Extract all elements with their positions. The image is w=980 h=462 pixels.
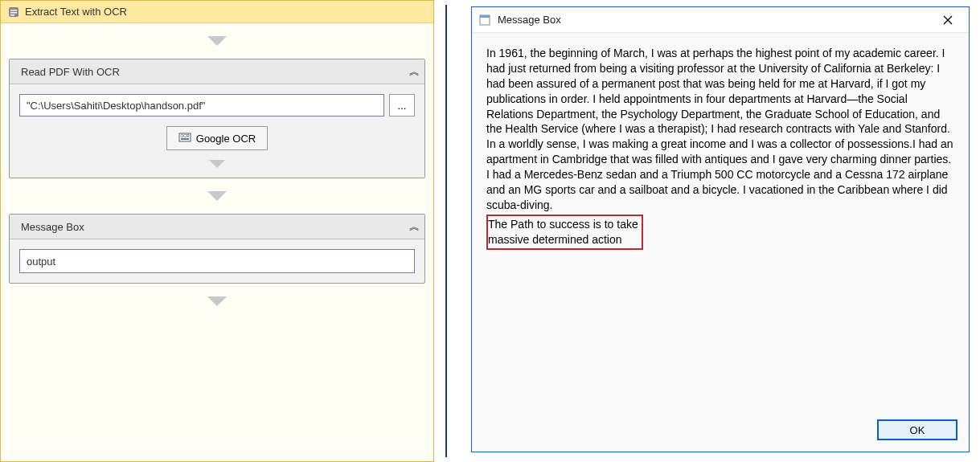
extract-icon — [7, 6, 20, 18]
svg-text:OCR: OCR — [180, 133, 190, 138]
dialog-title: Message Box — [498, 14, 925, 26]
message-box-dialog: Message Box In 1961, the beginning of Ma… — [471, 6, 970, 452]
dialog-body: In 1961, the beginning of March, I was a… — [472, 33, 969, 411]
messagebox-value-input[interactable] — [19, 249, 415, 273]
svg-rect-1 — [10, 10, 17, 11]
google-ocr-button[interactable]: OCR Google OCR — [166, 126, 268, 150]
workflow-header[interactable]: Extract Text with OCR — [1, 1, 433, 23]
svg-rect-3 — [10, 14, 14, 16]
google-ocr-label: Google OCR — [196, 133, 256, 145]
close-icon — [943, 15, 953, 25]
collapse-icon[interactable]: ︽ — [409, 219, 418, 234]
file-path-row: ... — [19, 94, 415, 117]
vertical-divider — [434, 0, 458, 462]
collapse-icon[interactable]: ︽ — [409, 64, 418, 79]
divider-line — [445, 5, 447, 457]
arrow-down-icon[interactable] — [207, 296, 227, 306]
activity-header[interactable]: Read PDF With OCR ︽ — [10, 59, 424, 84]
browse-button[interactable]: ... — [389, 94, 415, 117]
arrow-down-icon[interactable] — [207, 191, 227, 201]
workflow-sequence: Extract Text with OCR Read PDF With OCR … — [0, 0, 434, 462]
activity-body — [10, 239, 424, 283]
activity-title: Read PDF With OCR — [21, 66, 404, 78]
workflow-title: Extract Text with OCR — [25, 6, 127, 18]
dialog-text: In 1961, the beginning of March, I was a… — [486, 46, 954, 213]
workflow-body: Read PDF With OCR ︽ ... OCR Google OCR — [1, 23, 433, 461]
svg-rect-9 — [181, 138, 189, 140]
highlighted-text: The Path to success is to take massive d… — [486, 215, 643, 250]
ocr-icon: OCR — [178, 131, 191, 146]
close-button[interactable] — [932, 9, 964, 31]
file-path-input[interactable] — [19, 94, 384, 117]
dialog-titlebar[interactable]: Message Box — [472, 7, 969, 33]
arrow-down-icon[interactable] — [207, 36, 227, 46]
message-box-activity[interactable]: Message Box ︽ — [9, 214, 425, 284]
activity-title: Message Box — [21, 221, 404, 233]
read-pdf-with-ocr-activity[interactable]: Read PDF With OCR ︽ ... OCR Google OCR — [9, 59, 425, 178]
activity-header[interactable]: Message Box ︽ — [10, 215, 424, 239]
activity-body: ... OCR Google OCR — [10, 84, 424, 178]
ok-button[interactable]: OK — [877, 419, 957, 440]
svg-rect-2 — [10, 12, 17, 14]
arrow-down-icon[interactable] — [209, 160, 225, 168]
window-icon — [478, 14, 491, 27]
svg-rect-14 — [480, 15, 490, 18]
highlighted-text-content: The Path to success is to take massive d… — [488, 218, 638, 246]
dialog-footer: OK — [472, 411, 969, 452]
